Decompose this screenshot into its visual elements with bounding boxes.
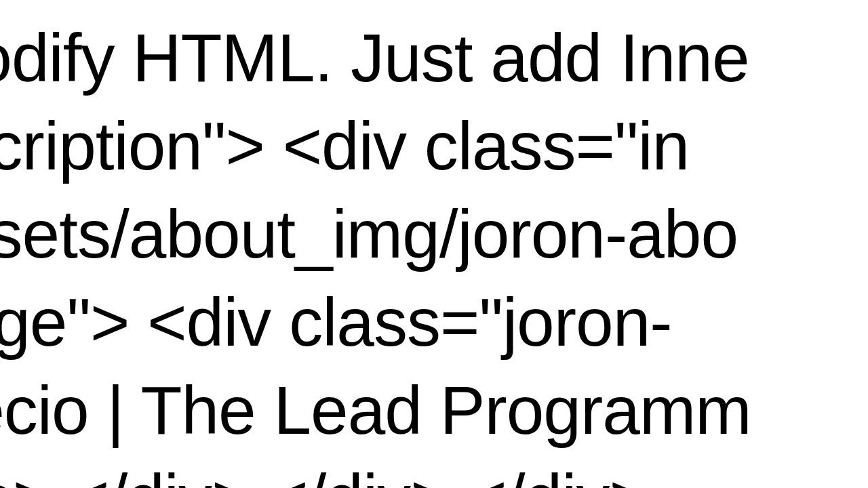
text-line-2: escription"> <div class="in bbox=[0, 102, 868, 190]
text-line-4: nage"> <div class="joron- bbox=[0, 278, 868, 366]
text-line-6: </p> </div> </div> </div> bbox=[0, 454, 868, 488]
text-line-3: assets/about_img/joron-abo bbox=[0, 190, 868, 278]
text-line-5: Recio | The Lead Programm bbox=[0, 366, 868, 454]
text-line-1: Modify HTML. Just add Inne bbox=[0, 14, 868, 102]
code-text-block: Modify HTML. Just add Inne escription"> … bbox=[0, 14, 868, 488]
